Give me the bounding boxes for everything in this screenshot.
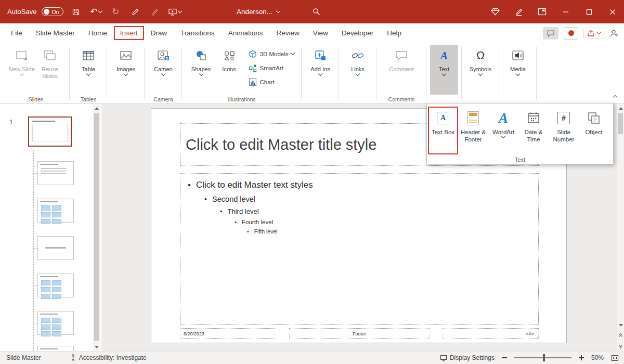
accessibility-checker[interactable]: Accessibility: Investigate bbox=[70, 354, 147, 361]
doc-scroll-down-arrow-icon[interactable] bbox=[617, 321, 624, 329]
menu-item-date-time[interactable]: Date & Time bbox=[518, 107, 549, 154]
tab-transitions[interactable]: Transitions bbox=[174, 26, 222, 40]
tab-insert[interactable]: Insert bbox=[114, 26, 144, 40]
highlighter-button[interactable] bbox=[148, 4, 162, 20]
table-button[interactable]: Table bbox=[74, 45, 102, 75]
document-scrollbar[interactable] bbox=[617, 104, 624, 351]
minimize-button[interactable] bbox=[554, 0, 577, 23]
thumbnail-scrollbar-thumb[interactable] bbox=[94, 113, 99, 341]
zoom-slider[interactable] bbox=[514, 357, 571, 358]
zoom-level[interactable]: 50% bbox=[591, 354, 604, 361]
whats-new-button[interactable] bbox=[484, 0, 507, 23]
shapes-button[interactable]: Shapes bbox=[187, 45, 215, 75]
search-button[interactable] bbox=[312, 0, 321, 23]
document-scrollbar-thumb[interactable] bbox=[618, 113, 623, 134]
start-slideshow-button[interactable] bbox=[167, 4, 182, 20]
scroll-up-arrow-icon[interactable] bbox=[93, 104, 100, 112]
master-slide-thumbnail[interactable] bbox=[28, 116, 72, 147]
close-button[interactable] bbox=[601, 0, 624, 23]
layout-thumbnail-5[interactable] bbox=[37, 311, 74, 335]
previous-slide-button[interactable] bbox=[617, 331, 624, 340]
tab-slide-master[interactable]: Slide Master bbox=[29, 26, 82, 40]
chart-label: Chart bbox=[260, 79, 275, 85]
tab-file[interactable]: File bbox=[4, 26, 29, 40]
display-settings-label: Display Settings bbox=[450, 354, 495, 361]
document-title[interactable]: Anderson... bbox=[237, 0, 280, 23]
slide-number-placeholder[interactable]: <#> bbox=[443, 328, 539, 339]
menu-item-header-footer[interactable]: Header & Footer bbox=[458, 107, 488, 154]
cameo-button[interactable]: Cameo bbox=[149, 45, 177, 75]
record-button[interactable] bbox=[564, 27, 578, 40]
new-slide-button[interactable]: New Slide bbox=[8, 45, 36, 75]
doc-scroll-up-arrow-icon[interactable] bbox=[617, 104, 624, 112]
layout-thumbnail-6[interactable] bbox=[37, 346, 74, 351]
body-placeholder[interactable]: Click to edit Master text styles Second … bbox=[180, 173, 539, 325]
layout-thumbnail-2[interactable] bbox=[37, 199, 74, 223]
date-time-label: Date & Time bbox=[518, 129, 549, 144]
tab-home[interactable]: Home bbox=[82, 26, 114, 40]
slideshow-icon bbox=[168, 8, 177, 16]
addins-button[interactable]: Add-ins bbox=[306, 45, 334, 75]
maximize-button[interactable] bbox=[577, 0, 601, 23]
images-button[interactable]: Images bbox=[112, 45, 140, 75]
autosave-toggle[interactable]: On bbox=[42, 7, 63, 16]
layout-thumbnail-1[interactable] bbox=[37, 161, 74, 185]
reuse-slides-button[interactable]: Reuse Slides bbox=[36, 45, 64, 80]
chart-button[interactable]: Chart bbox=[246, 75, 297, 89]
save-button[interactable] bbox=[69, 4, 83, 20]
ribbon-layout-button[interactable] bbox=[530, 0, 554, 23]
inking-button[interactable] bbox=[507, 0, 530, 23]
document-title-text: Anderson... bbox=[237, 8, 272, 16]
draw-pen-button[interactable] bbox=[128, 4, 142, 20]
collapse-ribbon-button[interactable] bbox=[614, 93, 617, 100]
layout-thumbnail-4[interactable] bbox=[37, 274, 74, 297]
pen-icon bbox=[131, 8, 139, 16]
undo-button[interactable]: ↶ bbox=[88, 4, 103, 20]
header-footer-label: Header & Footer bbox=[458, 129, 488, 144]
ribbon-group-media: Media bbox=[499, 43, 537, 103]
smartart-button[interactable]: SmartArt bbox=[246, 61, 297, 75]
menu-item-wordart[interactable]: A WordArt bbox=[488, 107, 518, 154]
tab-animations[interactable]: Animations bbox=[222, 26, 270, 40]
media-button[interactable]: Media bbox=[504, 45, 532, 75]
thumbnail-scrollbar[interactable] bbox=[93, 104, 100, 351]
tab-help[interactable]: Help bbox=[380, 26, 408, 40]
date-placeholder[interactable]: 6/20/2023 bbox=[180, 328, 276, 339]
layout-thumbnail-3[interactable] bbox=[37, 236, 74, 260]
view-indicator[interactable]: Slide Master bbox=[6, 354, 41, 361]
collapse-ribbon-chevron-icon bbox=[613, 95, 617, 99]
icons-button[interactable]: Icons bbox=[215, 45, 243, 73]
title-dropdown-chevron-icon bbox=[276, 9, 280, 13]
symbols-button[interactable]: Ω Symbols bbox=[466, 45, 495, 75]
comments-button[interactable] bbox=[543, 27, 558, 40]
tab-view[interactable]: View bbox=[306, 26, 335, 40]
fit-to-window-button[interactable] bbox=[611, 355, 619, 361]
display-settings-button[interactable]: Display Settings bbox=[440, 354, 495, 361]
date-time-icon bbox=[527, 109, 540, 127]
text-icon: A bbox=[440, 50, 448, 61]
scroll-down-arrow-icon[interactable] bbox=[93, 343, 100, 351]
comment-button[interactable]: Comment bbox=[387, 45, 415, 73]
footer-placeholder[interactable]: Footer bbox=[289, 328, 430, 339]
zoom-in-button[interactable] bbox=[579, 355, 584, 360]
tab-review[interactable]: Review bbox=[269, 26, 306, 40]
menu-item-object[interactable]: Object bbox=[579, 107, 609, 154]
3d-models-chevron-icon bbox=[291, 51, 295, 55]
3d-models-button[interactable]: 3D Models bbox=[246, 47, 297, 61]
menu-item-slide-number[interactable]: # Slide Number bbox=[549, 107, 579, 154]
chart-icon bbox=[249, 78, 257, 86]
zoom-out-button[interactable] bbox=[502, 357, 507, 358]
share-button[interactable] bbox=[583, 28, 604, 39]
bullet-level-4: Fourth level bbox=[180, 219, 538, 225]
tab-draw[interactable]: Draw bbox=[144, 26, 174, 40]
links-button[interactable]: Links bbox=[344, 45, 372, 75]
next-slide-button[interactable] bbox=[617, 342, 624, 351]
ribbon-tab-bar: File Slide Master Home Insert Draw Trans… bbox=[0, 23, 624, 43]
text-button[interactable]: A Text bbox=[430, 45, 458, 95]
menu-item-text-box[interactable]: A Text Box bbox=[428, 107, 458, 154]
redo-button[interactable]: ↻ bbox=[108, 4, 123, 20]
maximize-icon bbox=[586, 9, 592, 15]
editing-mode-button[interactable] bbox=[609, 29, 619, 37]
zoom-slider-thumb[interactable] bbox=[543, 354, 545, 361]
tab-developer[interactable]: Developer bbox=[335, 26, 381, 40]
